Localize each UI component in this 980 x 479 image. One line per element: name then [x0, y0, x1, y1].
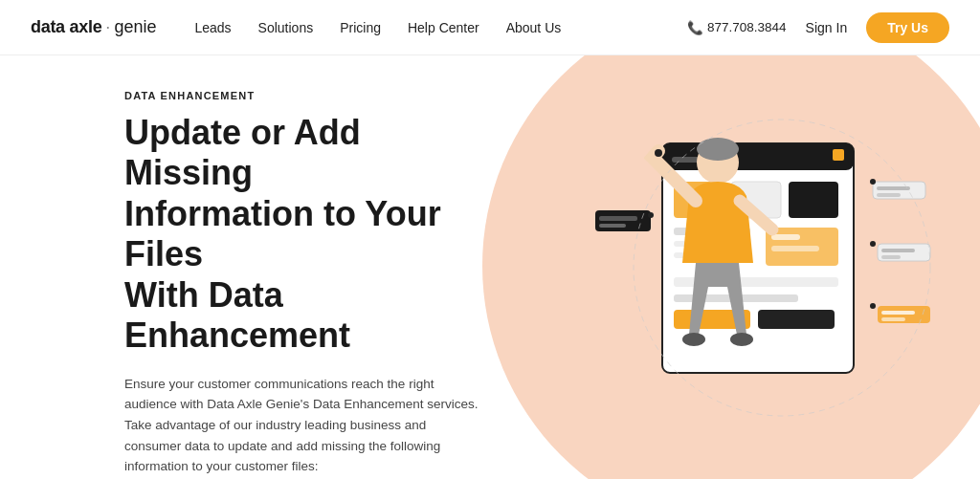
svg-rect-22 [599, 216, 637, 221]
heading-line3: With Data Enhancement [124, 275, 350, 355]
svg-rect-25 [877, 186, 910, 190]
svg-rect-16 [758, 310, 835, 329]
hero-description: Ensure your customer communications reac… [124, 374, 479, 477]
svg-point-33 [655, 149, 662, 157]
logo: data axle · genie [31, 17, 156, 37]
main-content: DATA ENHANCEMENT Update or Add Missing I… [0, 55, 980, 479]
section-label: DATA ENHANCEMENT [124, 90, 479, 101]
hero-right [517, 55, 980, 479]
nav-link-leads[interactable]: Leads [194, 20, 231, 35]
hero-illustration [547, 86, 949, 449]
svg-rect-6 [789, 182, 838, 218]
heading-line2: Information to Your Files [124, 194, 441, 273]
nav-right: 📞 877.708.3844 Sign In Try Us [687, 12, 949, 43]
heading-line1: Update or Add Missing [124, 113, 361, 192]
nav-link-about-us[interactable]: About Us [506, 20, 562, 35]
main-heading: Update or Add Missing Information to You… [124, 113, 479, 357]
svg-rect-23 [599, 224, 626, 228]
svg-point-37 [648, 212, 654, 218]
svg-rect-26 [877, 193, 901, 197]
svg-point-34 [870, 179, 876, 185]
try-us-button[interactable]: Try Us [866, 12, 949, 43]
svg-rect-28 [881, 249, 915, 252]
logo-product: genie [114, 17, 156, 37]
svg-rect-32 [881, 317, 905, 321]
logo-brand: data axle [31, 17, 101, 37]
nav-link-pricing[interactable]: Pricing [340, 20, 381, 35]
svg-rect-3 [833, 149, 844, 161]
svg-point-36 [870, 303, 876, 309]
nav-phone-number: 877.708.3844 [707, 20, 787, 34]
logo-separator: · [105, 17, 110, 37]
nav-link-solutions[interactable]: Solutions [258, 20, 314, 35]
svg-point-20 [730, 333, 753, 346]
svg-point-35 [870, 241, 876, 247]
svg-rect-31 [881, 311, 915, 315]
svg-rect-29 [881, 255, 901, 259]
svg-point-19 [682, 333, 705, 346]
phone-icon: 📞 [687, 20, 703, 35]
svg-rect-11 [771, 234, 800, 240]
nav-phone[interactable]: 📞 877.708.3844 [687, 20, 787, 35]
signin-link[interactable]: Sign In [806, 20, 848, 35]
svg-rect-12 [771, 246, 819, 251]
navbar: data axle · genie Leads Solutions Pricin… [0, 0, 980, 55]
svg-point-18 [697, 138, 739, 161]
hero-left: DATA ENHANCEMENT Update or Add Missing I… [0, 55, 517, 479]
nav-link-help-center[interactable]: Help Center [408, 20, 479, 35]
nav-links: Leads Solutions Pricing Help Center Abou… [194, 20, 687, 35]
